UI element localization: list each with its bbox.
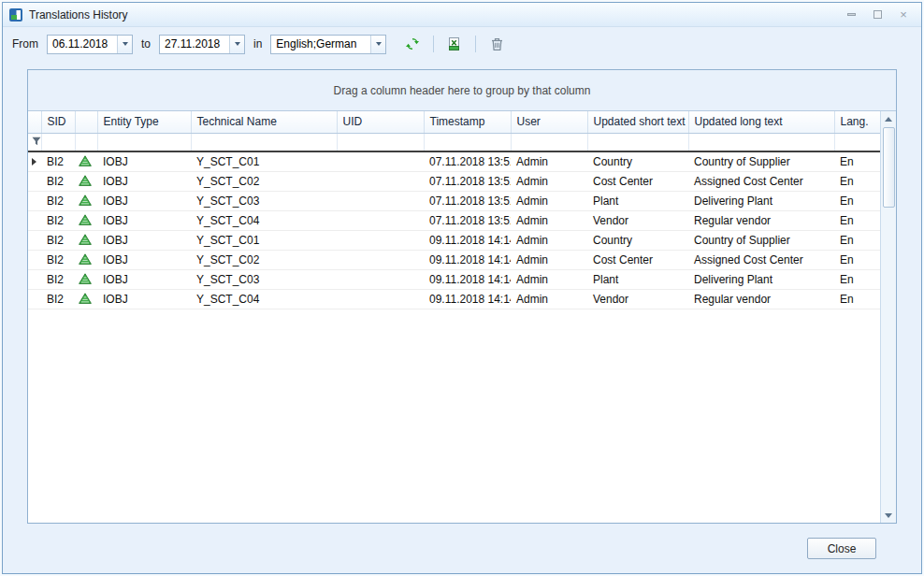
language-combo-value[interactable]: English;German [271,36,370,53]
filter-cell-long-text[interactable] [688,133,834,151]
cell-uid[interactable] [337,211,424,231]
cell-long-text[interactable]: Regular vendor [688,211,834,231]
cell-lang[interactable]: En [834,172,880,192]
cell-timestamp[interactable]: 09.11.2018 14:14 [424,270,511,290]
cell-technical-name[interactable]: Y_SCT_C01 [191,231,337,251]
cell-timestamp[interactable]: 09.11.2018 14:14 [424,231,511,251]
cell-sid[interactable]: BI2 [41,151,75,172]
column-header-uid[interactable]: UID [337,111,424,133]
cell-long-text[interactable]: Assigned Cost Center [688,172,834,192]
cell-technical-name[interactable]: Y_SCT_C04 [191,290,337,310]
table-row[interactable]: BI2 IOBJ Y_SCT_C03 09.11.2018 14:14 Admi… [28,270,880,290]
to-date-editor[interactable]: 27.11.2018 [159,35,245,54]
cell-timestamp[interactable]: 07.11.2018 13:51 [424,172,511,192]
cell-entity-type[interactable]: IOBJ [97,270,191,290]
filter-cell-technical-name[interactable] [191,133,337,151]
cell-short-text[interactable]: Vendor [587,290,688,310]
cell-uid[interactable] [337,172,424,192]
cell-technical-name[interactable]: Y_SCT_C03 [191,270,337,290]
cell-long-text[interactable]: Country of Supplier [688,151,834,172]
cell-technical-name[interactable]: Y_SCT_C03 [191,192,337,211]
language-combo[interactable]: English;German [270,35,386,54]
cell-sid[interactable]: BI2 [41,270,75,290]
filter-cell-sid[interactable] [41,133,75,151]
cell-lang[interactable]: En [834,270,880,290]
export-excel-button[interactable] [444,34,465,54]
cell-entity-type[interactable]: IOBJ [97,231,191,251]
cell-lang[interactable]: En [834,290,880,310]
filter-cell-lang[interactable] [834,133,880,151]
cell-user[interactable]: Admin [511,192,587,211]
cell-short-text[interactable]: Cost Center [587,172,688,192]
cell-entity-type[interactable]: IOBJ [97,192,191,211]
cell-uid[interactable] [337,270,424,290]
filter-cell-short-text[interactable] [587,133,688,151]
cell-entity-type[interactable]: IOBJ [97,172,191,192]
cell-lang[interactable]: En [834,251,880,270]
cell-long-text[interactable]: Delivering Plant [688,270,834,290]
column-header-entity-type[interactable]: Entity Type [97,111,191,133]
cell-long-text[interactable]: Regular vendor [688,290,834,310]
cell-short-text[interactable]: Vendor [587,211,688,231]
cell-entity-type[interactable]: IOBJ [97,251,191,270]
column-header-long-text[interactable]: Updated long text [688,111,834,133]
from-date-dropdown-button[interactable] [117,36,132,53]
vertical-scrollbar[interactable] [880,111,896,523]
cell-entity-type[interactable]: IOBJ [97,211,191,231]
refresh-button[interactable] [402,34,423,54]
cell-timestamp[interactable]: 07.11.2018 13:51 [424,192,511,211]
delete-button[interactable] [486,34,507,54]
column-header-lang[interactable]: Lang. [834,111,880,133]
cell-long-text[interactable]: Country of Supplier [688,231,834,251]
cell-timestamp[interactable]: 09.11.2018 14:14 [424,251,511,270]
scrollbar-thumb[interactable] [883,127,895,208]
filter-cell-user[interactable] [511,133,587,151]
cell-user[interactable]: Admin [511,290,587,310]
filter-cell-timestamp[interactable] [424,133,511,151]
language-dropdown-button[interactable] [370,36,385,53]
column-header-timestamp[interactable]: Timestamp [424,111,511,133]
to-date-value[interactable]: 27.11.2018 [160,36,229,53]
cell-short-text[interactable]: Country [587,151,688,172]
column-header-user[interactable]: User [511,111,587,133]
cell-sid[interactable]: BI2 [41,231,75,251]
close-button[interactable]: Close [807,538,876,559]
close-window-button[interactable]: × [897,8,910,21]
table-row[interactable]: BI2 IOBJ Y_SCT_C01 09.11.2018 14:14 Admi… [28,231,880,251]
scroll-down-button[interactable] [881,508,896,523]
cell-lang[interactable]: En [834,192,880,211]
cell-lang[interactable]: En [834,231,880,251]
maximize-button[interactable] [871,8,884,21]
cell-technical-name[interactable]: Y_SCT_C02 [191,251,337,270]
filter-cell-uid[interactable] [337,133,424,151]
column-header-sid[interactable]: SID [41,111,75,133]
cell-timestamp[interactable]: 09.11.2018 14:14 [424,290,511,310]
cell-entity-type[interactable]: IOBJ [97,290,191,310]
scroll-up-button[interactable] [881,111,896,126]
cell-user[interactable]: Admin [511,251,587,270]
cell-sid[interactable]: BI2 [41,290,75,310]
filter-cell-entity-type[interactable] [97,133,191,151]
minimize-button[interactable] [845,8,858,21]
cell-uid[interactable] [337,151,424,172]
cell-sid[interactable]: BI2 [41,192,75,211]
column-header-short-text[interactable]: Updated short text [587,111,688,133]
cell-short-text[interactable]: Plant [587,270,688,290]
to-date-dropdown-button[interactable] [229,36,244,53]
table-row[interactable]: BI2 IOBJ Y_SCT_C04 09.11.2018 14:14 Admi… [28,290,880,310]
table-row[interactable]: BI2 IOBJ Y_SCT_C03 07.11.2018 13:51 Admi… [28,192,880,211]
group-by-panel[interactable]: Drag a column header here to group by th… [28,70,896,110]
cell-user[interactable]: Admin [511,151,587,172]
cell-user[interactable]: Admin [511,211,587,231]
cell-long-text[interactable]: Assigned Cost Center [688,251,834,270]
column-header-technical-name[interactable]: Technical Name [191,111,337,133]
cell-user[interactable]: Admin [511,231,587,251]
cell-uid[interactable] [337,251,424,270]
cell-user[interactable]: Admin [511,270,587,290]
column-header-icon[interactable] [75,111,97,133]
cell-long-text[interactable]: Delivering Plant [688,192,834,211]
table-row[interactable]: BI2 IOBJ Y_SCT_C02 07.11.2018 13:51 Admi… [28,172,880,192]
cell-timestamp[interactable]: 07.11.2018 13:51 [424,211,511,231]
cell-technical-name[interactable]: Y_SCT_C02 [191,172,337,192]
from-date-editor[interactable]: 06.11.2018 [47,35,133,54]
